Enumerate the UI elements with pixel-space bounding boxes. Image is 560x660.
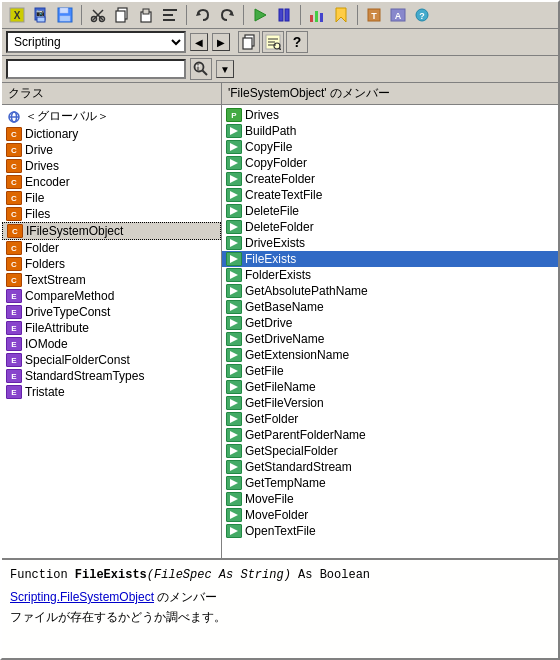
class-list-item[interactable]: ECompareMethod <box>2 288 221 304</box>
func-suffix: As Boolean <box>291 568 370 582</box>
class-list-item[interactable]: CIFileSystemObject <box>2 222 221 240</box>
class-list-item[interactable]: CDictionary <box>2 126 221 142</box>
toolbar-icon-1[interactable]: X <box>6 4 28 26</box>
member-list-item[interactable]: CopyFolder <box>222 155 558 171</box>
member-icon <box>226 124 242 138</box>
member-icon <box>226 380 242 394</box>
toolbar-chart[interactable] <box>306 4 328 26</box>
toolbar-save[interactable] <box>54 4 76 26</box>
class-list-item[interactable]: EFileAttribute <box>2 320 221 336</box>
member-list-item[interactable]: DeleteFolder <box>222 219 558 235</box>
member-list-item[interactable]: GetExtensionName <box>222 347 558 363</box>
toolbar-tools-2[interactable]: A <box>387 4 409 26</box>
member-icon <box>226 204 242 218</box>
class-list-item[interactable]: CTextStream <box>2 272 221 288</box>
class-list-item[interactable]: CFiles <box>2 206 221 222</box>
toolbar-pause[interactable] <box>273 4 295 26</box>
member-panel-header: 'FileSystemObject' のメンバー <box>222 83 558 105</box>
class-list-item[interactable]: ＜グローバル＞ <box>2 107 221 126</box>
member-icon <box>226 172 242 186</box>
member-label: DriveExists <box>245 236 305 250</box>
class-list-item[interactable]: ETristate <box>2 384 221 400</box>
svg-line-43 <box>203 71 208 76</box>
search-dropdown-btn[interactable]: ▼ <box>216 60 234 78</box>
nav-back-btn[interactable]: ◀ <box>190 33 208 51</box>
toolbar-bookmark[interactable] <box>330 4 352 26</box>
member-list-item[interactable]: GetParentFolderName <box>222 427 558 443</box>
svg-text:📷: 📷 <box>36 8 45 17</box>
member-list-item[interactable]: GetAbsolutePathName <box>222 283 558 299</box>
toolbar-find[interactable] <box>159 4 181 26</box>
class-list-item[interactable]: CFolder <box>2 240 221 256</box>
svg-marker-54 <box>230 207 238 215</box>
member-list-item[interactable]: GetFolder <box>222 411 558 427</box>
member-list-item[interactable]: CopyFile <box>222 139 558 155</box>
class-icon: C <box>6 175 22 189</box>
member-link[interactable]: Scripting.FileSystemObject <box>10 590 154 604</box>
member-list-item[interactable]: OpenTextFile <box>222 523 558 539</box>
member-list-item[interactable]: DeleteFile <box>222 203 558 219</box>
class-list-item[interactable]: CDrives <box>2 158 221 174</box>
toolbar-copy[interactable] <box>111 4 133 26</box>
member-list-item[interactable]: GetTempName <box>222 475 558 491</box>
toolbar-tools-1[interactable]: T <box>363 4 385 26</box>
class-list-item[interactable]: EIOMode <box>2 336 221 352</box>
member-label: FolderExists <box>245 268 311 282</box>
member-icon <box>226 428 242 442</box>
toolbar-redo[interactable] <box>216 4 238 26</box>
member-list-item[interactable]: GetStandardStream <box>222 459 558 475</box>
class-panel: クラス ＜グローバル＞CDictionaryCDriveCDrivesCEnco… <box>2 83 222 558</box>
toolbar-cut[interactable] <box>87 4 109 26</box>
member-list-item[interactable]: MoveFolder <box>222 507 558 523</box>
toolbar-undo[interactable] <box>192 4 214 26</box>
class-list-item[interactable]: CFolders <box>2 256 221 272</box>
view-definition-btn[interactable] <box>262 31 284 53</box>
member-list-item[interactable]: DriveExists <box>222 235 558 251</box>
class-list-item[interactable]: CDrive <box>2 142 221 158</box>
class-list-item[interactable]: EStandardStreamTypes <box>2 368 221 384</box>
library-dropdown[interactable]: Scripting <box>6 31 186 53</box>
member-list-item[interactable]: CreateTextFile <box>222 187 558 203</box>
member-list-item[interactable]: CreateFolder <box>222 171 558 187</box>
member-list-item[interactable]: FolderExists <box>222 267 558 283</box>
toolbar-tools-3[interactable]: ? <box>411 4 433 26</box>
class-label: Folders <box>25 257 65 271</box>
member-icon <box>226 284 242 298</box>
member-list-item[interactable]: GetSpecialFolder <box>222 443 558 459</box>
class-list-item[interactable]: CFile <box>2 190 221 206</box>
search-button[interactable] <box>190 58 212 80</box>
member-list-item[interactable]: GetFileName <box>222 379 558 395</box>
toolbar-sep-4 <box>300 5 301 25</box>
toolbar-icon-2[interactable]: 📷 <box>30 4 52 26</box>
member-label: GetParentFolderName <box>245 428 366 442</box>
search-input[interactable] <box>6 59 186 79</box>
member-list-item[interactable]: GetFileVersion <box>222 395 558 411</box>
copy-to-clipboard-btn[interactable] <box>238 31 260 53</box>
class-label: TextStream <box>25 273 86 287</box>
toolbar-run[interactable] <box>249 4 271 26</box>
member-list-item[interactable]: BuildPath <box>222 123 558 139</box>
member-list-item[interactable]: GetBaseName <box>222 299 558 315</box>
class-list-item[interactable]: ESpecialFolderConst <box>2 352 221 368</box>
help-btn[interactable]: ? <box>286 31 308 53</box>
member-list-item[interactable]: MoveFile <box>222 491 558 507</box>
class-label: IFileSystemObject <box>26 224 123 238</box>
class-icon: E <box>6 353 22 367</box>
class-icon: C <box>6 143 22 157</box>
member-list-item[interactable]: GetDrive <box>222 315 558 331</box>
member-list-item[interactable]: PDrives <box>222 107 558 123</box>
member-icon <box>226 332 242 346</box>
toolbar-sep-1 <box>81 5 82 25</box>
class-list-item[interactable]: CEncoder <box>2 174 221 190</box>
class-icon: C <box>6 127 22 141</box>
member-label: CreateTextFile <box>245 188 322 202</box>
member-list-item[interactable]: FileExists <box>222 251 558 267</box>
class-list-item[interactable]: EDriveTypeConst <box>2 304 221 320</box>
nav-fwd-btn[interactable]: ▶ <box>212 33 230 51</box>
func-name: FileExists <box>75 568 147 582</box>
toolbar-sep-5 <box>357 5 358 25</box>
toolbar-paste[interactable] <box>135 4 157 26</box>
class-icon: C <box>6 159 22 173</box>
member-list-item[interactable]: GetDriveName <box>222 331 558 347</box>
member-list-item[interactable]: GetFile <box>222 363 558 379</box>
